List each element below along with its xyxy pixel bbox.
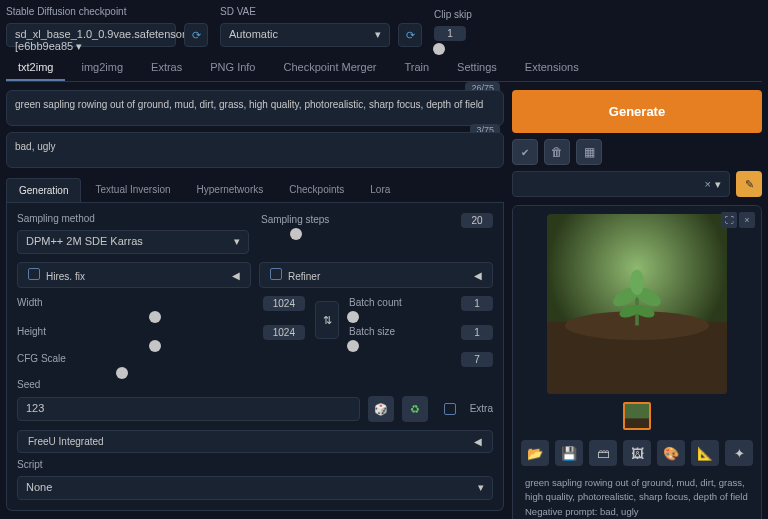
height-value: 1024 bbox=[263, 325, 305, 340]
save-button[interactable]: 💾 bbox=[555, 440, 583, 466]
subtab-lora[interactable]: Lora bbox=[358, 178, 402, 202]
seed-label: Seed bbox=[17, 379, 493, 390]
chevron-left-icon: ◀ bbox=[474, 436, 482, 447]
batch-size-value: 1 bbox=[461, 325, 493, 340]
width-value: 1024 bbox=[263, 296, 305, 311]
subtab-generation[interactable]: Generation bbox=[6, 178, 81, 202]
checkpoint-label: Stable Diffusion checkpoint bbox=[6, 6, 208, 17]
close-icon[interactable]: × bbox=[739, 212, 755, 228]
zip-button[interactable]: 🗃 bbox=[589, 440, 617, 466]
sampling-method-select[interactable]: DPM++ 2M SDE Karras▾ bbox=[17, 230, 249, 254]
chevron-left-icon: ◀ bbox=[232, 270, 240, 281]
checkpoint-refresh-icon[interactable]: ⟳ bbox=[184, 23, 208, 47]
height-label: Height bbox=[17, 326, 46, 337]
clip-skip-label: Clip skip bbox=[434, 9, 554, 20]
tab-train[interactable]: Train bbox=[392, 55, 441, 81]
tab-pnginfo[interactable]: PNG Info bbox=[198, 55, 267, 81]
arrow-button[interactable]: ✔ bbox=[512, 139, 538, 165]
vae-label: SD VAE bbox=[220, 6, 422, 17]
seed-extra-checkbox[interactable] bbox=[444, 403, 456, 415]
seed-extra-label: Extra bbox=[470, 403, 493, 414]
sampling-method-label: Sampling method bbox=[17, 213, 249, 224]
upscale-button[interactable]: ✦ bbox=[725, 440, 753, 466]
subtab-hypernetworks[interactable]: Hypernetworks bbox=[185, 178, 276, 202]
seed-reuse-button[interactable]: ♻ bbox=[402, 396, 428, 422]
batch-count-label: Batch count bbox=[349, 297, 402, 308]
chevron-left-icon: ◀ bbox=[474, 270, 482, 281]
svg-rect-9 bbox=[625, 418, 649, 428]
sampling-steps-value: 20 bbox=[461, 213, 493, 228]
send-img2img-button[interactable]: 🖼 bbox=[623, 440, 651, 466]
generate-button[interactable]: Generate bbox=[512, 90, 762, 133]
subtab-checkpoints[interactable]: Checkpoints bbox=[277, 178, 356, 202]
edit-styles-button[interactable]: ✎ bbox=[736, 171, 762, 197]
swap-dimensions-button[interactable]: ⇅ bbox=[315, 301, 339, 339]
seed-input[interactable]: 123 bbox=[17, 397, 360, 421]
clear-button[interactable]: 🗑 bbox=[544, 139, 570, 165]
main-tabs: txt2img img2img Extras PNG Info Checkpoi… bbox=[6, 55, 762, 82]
prompt-input[interactable]: green sapling rowing out of ground, mud,… bbox=[6, 90, 504, 126]
send-extras-button[interactable]: 📐 bbox=[691, 440, 719, 466]
tab-extras[interactable]: Extras bbox=[139, 55, 194, 81]
width-label: Width bbox=[17, 297, 43, 308]
script-select[interactable]: None▾ bbox=[17, 476, 493, 500]
tab-extensions[interactable]: Extensions bbox=[513, 55, 591, 81]
svg-point-5 bbox=[630, 270, 644, 295]
batch-size-label: Batch size bbox=[349, 326, 395, 337]
open-folder-button[interactable]: 📂 bbox=[521, 440, 549, 466]
hires-fix-toggle[interactable]: Hires. fix◀ bbox=[17, 262, 251, 288]
neg-prompt-input[interactable]: bad, ugly bbox=[6, 132, 504, 168]
script-label: Script bbox=[17, 459, 493, 470]
send-inpaint-button[interactable]: 🎨 bbox=[657, 440, 685, 466]
tab-txt2img[interactable]: txt2img bbox=[6, 55, 65, 81]
output-image[interactable] bbox=[547, 214, 727, 394]
vae-refresh-icon[interactable]: ⟳ bbox=[398, 23, 422, 47]
refiner-toggle[interactable]: Refiner◀ bbox=[259, 262, 493, 288]
output-info: green sapling rowing out of ground, mud,… bbox=[521, 476, 753, 519]
tab-img2img[interactable]: img2img bbox=[69, 55, 135, 81]
sub-tabs: Generation Textual Inversion Hypernetwor… bbox=[6, 178, 504, 203]
batch-count-value: 1 bbox=[461, 296, 493, 311]
styles-select[interactable]: ×▾ bbox=[512, 171, 730, 197]
fullscreen-icon[interactable]: ⛶ bbox=[721, 212, 737, 228]
tab-checkpoint-merger[interactable]: Checkpoint Merger bbox=[271, 55, 388, 81]
vae-select[interactable]: Automatic ▾ bbox=[220, 23, 390, 47]
sampling-steps-label: Sampling steps bbox=[261, 214, 329, 225]
cfg-label: CFG Scale bbox=[17, 353, 66, 364]
subtab-textual-inversion[interactable]: Textual Inversion bbox=[83, 178, 182, 202]
freeu-toggle[interactable]: FreeU Integrated◀ bbox=[17, 430, 493, 453]
extra-button[interactable]: ▦ bbox=[576, 139, 602, 165]
cfg-value: 7 bbox=[461, 352, 493, 367]
clip-skip-value: 1 bbox=[434, 26, 466, 41]
seed-random-button[interactable]: 🎲 bbox=[368, 396, 394, 422]
tab-settings[interactable]: Settings bbox=[445, 55, 509, 81]
checkpoint-select[interactable]: sd_xl_base_1.0_0.9vae.safetensors [e6bb9… bbox=[6, 23, 176, 47]
output-thumbnail[interactable] bbox=[623, 402, 651, 430]
